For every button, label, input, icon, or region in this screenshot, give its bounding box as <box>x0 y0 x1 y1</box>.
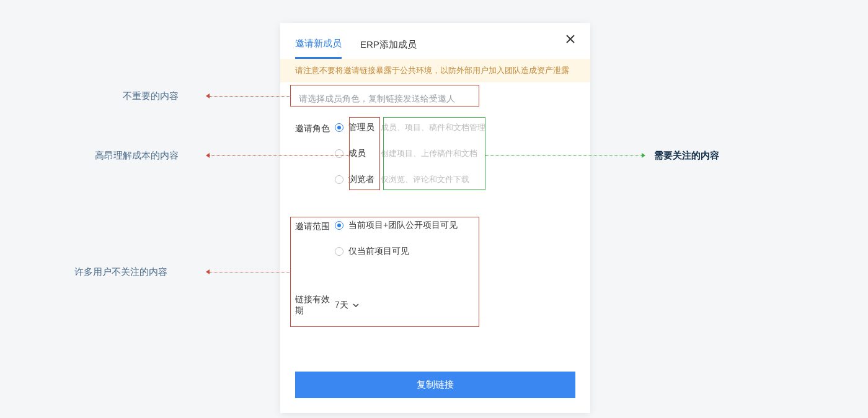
invite-modal: 邀请新成员 ERP添加成员 请注意不要将邀请链接暴露于公共环境，以防外部用户加入… <box>280 23 590 413</box>
expiry-label: 链接有效期 <box>295 294 335 316</box>
anno-label-focus: 需要关注的内容 <box>654 150 719 162</box>
radio-icon <box>335 175 343 184</box>
scope-option-public[interactable]: 当前项目+团队公开项目可见 <box>335 220 575 231</box>
connector-line <box>210 96 290 97</box>
role-name: 管理员 <box>348 122 381 133</box>
role-name: 浏览者 <box>348 174 381 185</box>
connector-line <box>210 155 349 156</box>
radio-icon <box>335 123 343 132</box>
expiry-value: 7天 <box>335 300 348 311</box>
tab-invite-new[interactable]: 邀请新成员 <box>295 33 342 59</box>
scope-name: 仅当前项目可见 <box>348 246 409 257</box>
radio-icon <box>335 247 343 256</box>
close-icon <box>565 34 575 44</box>
hint-text: 请选择成员角色，复制链接发送给受邀人 <box>295 91 575 107</box>
anno-label-unimportant: 不重要的内容 <box>123 90 179 102</box>
expiry-select[interactable]: 7天 <box>335 300 360 311</box>
role-option-member[interactable]: 成员 创建项目、上传稿件和文档 <box>335 148 575 159</box>
scope-name: 当前项目+团队公开项目可见 <box>348 220 458 231</box>
connector-line <box>210 272 290 272</box>
role-label: 邀请角色 <box>295 122 335 185</box>
modal-body: 请选择成员角色，复制链接发送给受邀人 邀请角色 管理员 成员、项目、稿件和文档管… <box>280 82 590 329</box>
tab-bar: 邀请新成员 ERP添加成员 <box>280 23 590 59</box>
scope-row: 邀请范围 当前项目+团队公开项目可见 仅当前项目可见 <box>295 220 575 257</box>
tab-erp-add[interactable]: ERP添加成员 <box>360 34 417 58</box>
scope-label: 邀请范围 <box>295 220 335 257</box>
role-desc: 仅浏览、评论和文件下载 <box>381 174 469 185</box>
close-button[interactable] <box>565 34 575 44</box>
role-row: 邀请角色 管理员 成员、项目、稿件和文档管理 成员 创建项目、上传稿件和文档 浏… <box>295 122 575 185</box>
copy-link-button[interactable]: 复制链接 <box>295 372 575 398</box>
radio-icon <box>335 221 343 230</box>
arrow-icon <box>642 153 645 158</box>
chevron-down-icon <box>352 302 360 309</box>
role-name: 成员 <box>348 148 381 159</box>
modal-footer: 复制链接 <box>280 363 590 413</box>
role-options: 管理员 成员、项目、稿件和文档管理 成员 创建项目、上传稿件和文档 浏览者 仅浏… <box>335 122 575 185</box>
role-desc: 创建项目、上传稿件和文档 <box>381 148 477 159</box>
role-option-admin[interactable]: 管理员 成员、项目、稿件和文档管理 <box>335 122 575 133</box>
role-desc: 成员、项目、稿件和文档管理 <box>381 122 485 133</box>
connector-line <box>485 155 642 156</box>
anno-label-ignored: 许多用户不关注的内容 <box>74 266 167 278</box>
expiry-row: 链接有效期 7天 <box>295 294 575 316</box>
role-option-viewer[interactable]: 浏览者 仅浏览、评论和文件下载 <box>335 174 575 185</box>
scope-options: 当前项目+团队公开项目可见 仅当前项目可见 <box>335 220 575 257</box>
spacer <box>280 329 590 363</box>
scope-option-current[interactable]: 仅当前项目可见 <box>335 246 575 257</box>
radio-icon <box>335 149 343 158</box>
anno-label-costly: 高昂理解成本的内容 <box>95 150 179 162</box>
warning-banner: 请注意不要将邀请链接暴露于公共环境，以防外部用户加入团队造成资产泄露 <box>280 59 590 82</box>
